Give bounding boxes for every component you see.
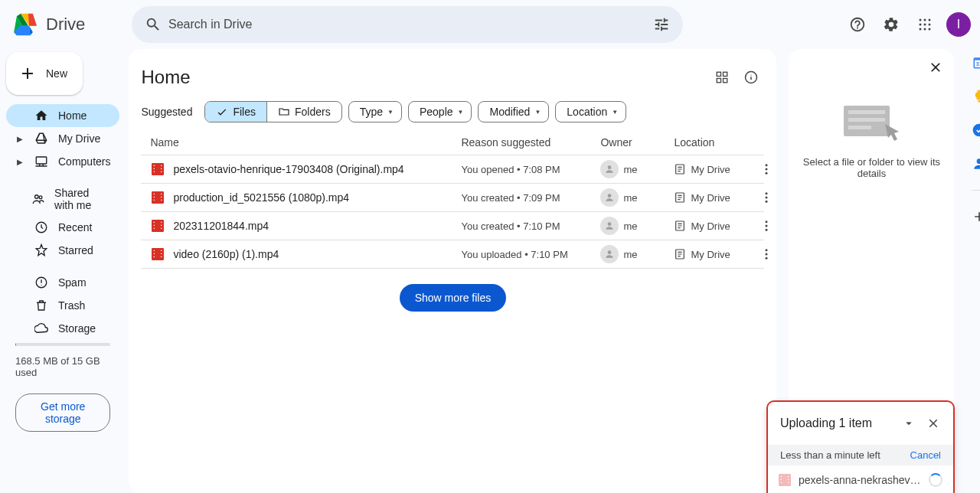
seg-files-label: Files (233, 106, 256, 118)
drive-logo-icon (9, 9, 40, 40)
filter-modified[interactable]: Modified▼ (478, 101, 549, 122)
svg-point-36 (766, 229, 768, 231)
home-icon (34, 109, 49, 122)
sidebar-item-spam[interactable]: Spam (6, 271, 119, 294)
tasks-icon[interactable] (972, 122, 980, 138)
table-row[interactable]: video (2160p) (1).mp4 You uploaded • 7:1… (141, 240, 764, 269)
sidebar-item-starred[interactable]: Starred (6, 239, 119, 262)
header-actions: I (842, 9, 974, 40)
help-icon[interactable] (842, 9, 873, 40)
shared-icon (31, 192, 45, 206)
owner-avatar-icon (600, 160, 619, 178)
logo-wrap[interactable]: Drive (9, 9, 132, 40)
owner-avatar-icon (600, 245, 619, 263)
info-icon[interactable] (738, 64, 764, 90)
upload-cancel-button[interactable]: Cancel (910, 449, 941, 461)
upload-item[interactable]: pexels-anna-nekrashevich-6794223 (... (768, 465, 953, 493)
chevron-down-icon: ▼ (534, 109, 541, 116)
sidebar-item-computers[interactable]: ▶ Computers (6, 150, 119, 173)
seg-folders[interactable]: Folders (267, 102, 341, 122)
search-options-icon[interactable] (646, 9, 677, 40)
content: Home Suggested Files Folders (129, 49, 776, 493)
svg-rect-17 (724, 79, 727, 83)
owner-text: me (623, 164, 637, 175)
file-name: production_id_5021556 (1080p).mp4 (173, 191, 349, 204)
more-actions-icon[interactable] (760, 219, 775, 233)
storage-text: 168.5 MB of 15 GB used (15, 355, 110, 378)
svg-point-7 (924, 28, 926, 31)
table-row[interactable]: pexels-otavio-henrique-17903408 (Origina… (141, 155, 764, 184)
svg-point-41 (766, 253, 768, 256)
location-icon (674, 220, 686, 232)
close-details-icon[interactable] (923, 55, 948, 80)
sidebar-item-recent[interactable]: Recent (6, 216, 119, 239)
file-name: 202311201844.mp4 (173, 220, 269, 232)
sidebar-item-storage[interactable]: Storage (6, 317, 119, 340)
svg-point-51 (973, 124, 980, 137)
owner-text: me (623, 220, 637, 232)
collapse-upload-icon[interactable] (898, 413, 920, 434)
svg-point-10 (35, 195, 39, 199)
chevron-down-icon: ▼ (387, 109, 394, 116)
upload-title: Uploading 1 item (780, 416, 872, 430)
more-actions-icon[interactable] (760, 191, 775, 204)
sidebar-item-label: My Drive (58, 132, 100, 145)
page-title: Home (141, 67, 190, 88)
svg-point-11 (39, 196, 42, 199)
svg-point-1 (924, 19, 926, 21)
filter-location[interactable]: Location▼ (555, 101, 626, 122)
contacts-icon[interactable] (972, 156, 980, 171)
seg-folders-label: Folders (295, 106, 331, 118)
show-more-button[interactable]: Show more files (400, 284, 507, 312)
grid-view-icon[interactable] (709, 64, 735, 90)
svg-point-32 (608, 222, 612, 226)
sidebar: New Home ▶ My Drive ▶ Computers Shared w… (0, 49, 129, 493)
add-addon-icon[interactable] (972, 209, 980, 224)
expand-icon[interactable]: ▶ (15, 158, 24, 166)
sidebar-item-shared[interactable]: Shared with me (6, 182, 119, 216)
trash-icon (34, 299, 49, 312)
settings-icon[interactable] (876, 9, 906, 40)
new-button[interactable]: New (6, 52, 83, 95)
reason-text: You created • 7:10 PM (461, 220, 600, 232)
get-storage-button[interactable]: Get more storage (15, 393, 110, 432)
storage-bar (15, 343, 110, 346)
svg-rect-53 (779, 474, 791, 486)
sidebar-item-trash[interactable]: Trash (6, 294, 119, 317)
more-actions-icon[interactable] (760, 247, 775, 261)
keep-icon[interactable] (972, 89, 980, 104)
search-icon[interactable] (138, 9, 168, 40)
svg-text:31: 31 (976, 60, 980, 67)
table-row[interactable]: production_id_5021556 (1080p).mp4 You cr… (141, 184, 764, 212)
rail-divider (972, 190, 980, 191)
apps-icon[interactable] (910, 9, 940, 40)
search-input[interactable] (168, 18, 646, 31)
sidebar-item-label: Starred (58, 244, 93, 256)
svg-point-29 (766, 197, 768, 199)
location-text: My Drive (691, 164, 730, 175)
filter-type[interactable]: Type▼ (348, 101, 402, 122)
sidebar-item-home[interactable]: Home (6, 104, 119, 127)
upload-status: Less than a minute left Cancel (768, 445, 953, 465)
upload-status-text: Less than a minute left (780, 449, 880, 461)
location-icon (674, 248, 686, 260)
avatar[interactable]: I (946, 12, 971, 37)
expand-icon[interactable]: ▶ (15, 135, 24, 143)
table-row[interactable]: 202311201844.mp4 You created • 7:10 PM m… (141, 212, 764, 240)
folder-icon (278, 106, 290, 118)
check-icon (216, 106, 228, 118)
sidebar-item-label: Computers (58, 155, 110, 168)
more-actions-icon[interactable] (760, 162, 775, 176)
suggested-label: Suggested (141, 106, 192, 118)
svg-rect-25 (152, 191, 164, 204)
close-upload-icon[interactable] (923, 413, 944, 434)
location-text: My Drive (691, 192, 730, 204)
sidebar-item-mydrive[interactable]: ▶ My Drive (6, 127, 119, 150)
filter-people[interactable]: People▼ (408, 101, 472, 122)
sidebar-item-label: Shared with me (54, 187, 110, 211)
calendar-icon[interactable]: 31 (972, 55, 980, 70)
seg-files[interactable]: Files (205, 102, 267, 122)
sidebar-item-label: Spam (58, 276, 87, 289)
filter-people-label: People (420, 106, 453, 118)
col-name[interactable]: Name (150, 136, 461, 149)
